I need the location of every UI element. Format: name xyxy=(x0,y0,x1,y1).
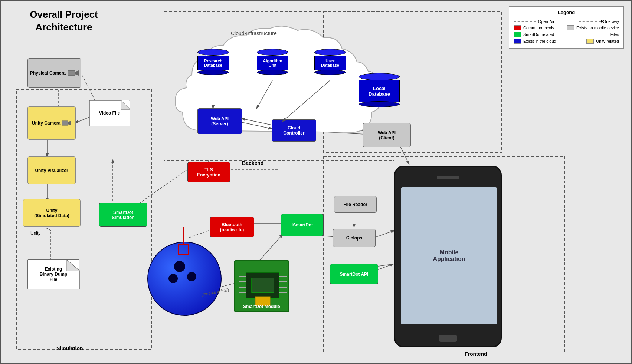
legend-row-3: SmartDot related Files xyxy=(514,32,619,37)
legend-unity-color xyxy=(586,39,594,44)
tls-encryption: TLS Encryption xyxy=(187,162,230,182)
legend-cloud: Exists in the cloud xyxy=(514,39,556,44)
legend-files: Files xyxy=(601,32,619,37)
svg-marker-38 xyxy=(62,121,68,125)
existing-binary-dump: Existing Binary Dump File xyxy=(27,259,79,289)
svg-marker-43 xyxy=(67,260,80,271)
legend-open-air: Open-Air xyxy=(514,19,554,24)
legend-box: Legend Open-Air One way Comm. protocols … xyxy=(509,6,624,49)
diagram-title: Overall Project Architecture xyxy=(12,8,116,33)
legend-dashed-line xyxy=(514,21,536,22)
legend-smartdot-color xyxy=(514,32,521,37)
svg-marker-39 xyxy=(68,121,71,125)
legend-comm-label: Comm. protocols xyxy=(523,26,554,30)
cloud-infrastructure: Cloud-Infrastructure ResearchDatabase Al… xyxy=(171,19,383,153)
legend-row-1: Open-Air One way xyxy=(514,19,619,24)
unity-sim-data: Unity (Simulated Data) xyxy=(23,199,81,227)
ball-pin xyxy=(178,227,189,255)
cloud-infra-label: Cloud-Infrastructure xyxy=(231,30,277,36)
svg-rect-50 xyxy=(252,278,274,293)
user-db-cylinder: UserDatabase xyxy=(314,49,346,75)
mobile-phone: Mobile Application xyxy=(394,166,502,347)
simulation-label: Simulation xyxy=(56,345,83,351)
legend-arrow-line xyxy=(579,21,601,22)
svg-marker-41 xyxy=(121,100,130,110)
legend-open-air-label: Open-Air xyxy=(538,19,554,24)
algorithm-unit-label: Algorithm Unit xyxy=(257,56,288,70)
legend-mobile: Exists on mobile device xyxy=(567,25,619,30)
research-db-cylinder: ResearchDatabase xyxy=(197,49,229,75)
legend-smartdot: SmartDot related xyxy=(514,32,554,37)
video-file-label: Video File xyxy=(99,110,120,116)
svg-marker-37 xyxy=(75,70,79,76)
svg-marker-36 xyxy=(68,70,75,76)
ismartdot: ISmartDot xyxy=(281,214,324,236)
legend-files-label: Files xyxy=(610,32,619,37)
cloud-controller: Cloud Controller xyxy=(272,119,316,142)
phone-screen: Mobile Application xyxy=(401,187,497,324)
legend-title: Legend xyxy=(514,10,619,17)
svg-line-27 xyxy=(188,231,209,238)
unity-camera: Unity Camera xyxy=(27,106,76,140)
legend-comm: Comm. protocols xyxy=(514,25,554,30)
ciclops: Ciclops xyxy=(333,229,376,247)
ball-hole-2 xyxy=(187,272,196,281)
legend-mobile-color xyxy=(567,25,574,30)
binary-dump-label: Existing Binary Dump File xyxy=(40,267,68,282)
legend-one-way-label: One way xyxy=(603,19,619,24)
legend-unity-label: Unity related xyxy=(596,39,619,43)
legend-unity: Unity related xyxy=(586,39,619,44)
physical-camera: Physical Camera xyxy=(27,58,81,88)
smartdot-api: SmartDot API xyxy=(330,264,378,284)
file-reader: File Reader xyxy=(334,196,377,213)
bluetooth-rw: Bluetooth (read/write) xyxy=(210,217,254,237)
legend-one-way: One way xyxy=(579,19,619,24)
legend-cloud-label: Exists in the cloud xyxy=(523,39,556,43)
unity-camera-icon xyxy=(62,120,71,126)
algorithm-unit-cylinder: Algorithm Unit xyxy=(257,49,288,75)
legend-comm-color xyxy=(514,25,521,30)
legend-row-4: Exists in the cloud Unity related xyxy=(514,39,619,44)
legend-smartdot-label: SmartDot related xyxy=(523,32,554,37)
backend-label: Backend xyxy=(242,160,263,166)
legend-row-2: Comm. protocols Exists on mobile device xyxy=(514,25,619,30)
web-api-client: Web API (Client) xyxy=(363,123,411,147)
legend-mobile-label: Exists on mobile device xyxy=(576,26,619,30)
camera-icon xyxy=(68,69,79,77)
phone-speaker xyxy=(437,176,459,179)
ball-hole-3 xyxy=(168,274,178,283)
legend-files-color xyxy=(601,32,608,37)
mobile-app-label: Mobile Application xyxy=(425,249,473,262)
smartdot-simulation: SmartDot Simulation xyxy=(99,203,147,227)
phone-home-button xyxy=(439,335,457,342)
local-db-cylinder: LocalDatabase xyxy=(359,73,400,107)
frontend-label: Frontend xyxy=(465,351,487,357)
legend-cloud-color xyxy=(514,39,521,44)
ball-hole-1 xyxy=(174,261,185,272)
web-api-server: Web API (Server) xyxy=(197,108,242,134)
smartdot-module: SmartDot Module xyxy=(234,260,289,312)
unity-label: Unity xyxy=(30,231,40,236)
smartdot-module-label: SmartDot Module xyxy=(235,304,288,309)
video-file: Video File xyxy=(89,100,130,126)
main-diagram: Overall Project Architecture Legend Open… xyxy=(0,0,632,364)
unity-visualizer: Unity Visualizer xyxy=(27,156,76,184)
